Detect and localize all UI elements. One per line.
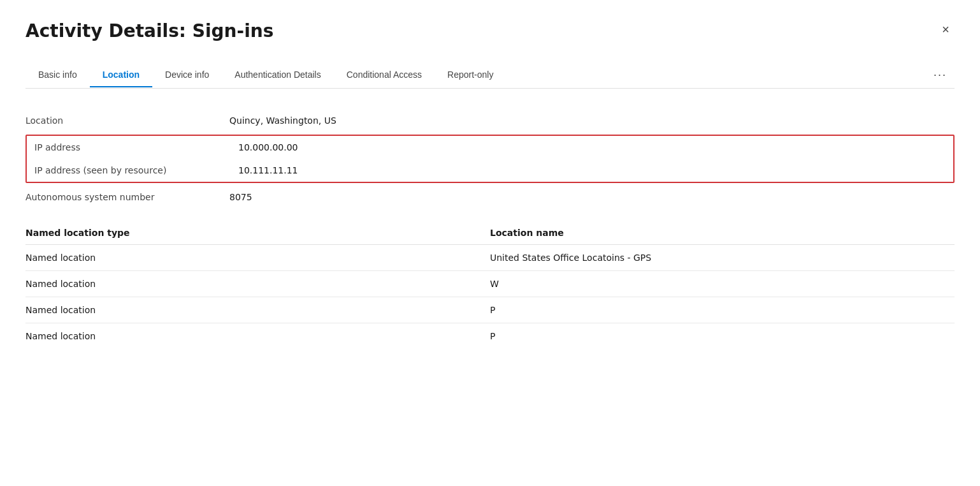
location-name-3: P	[490, 323, 955, 350]
table-row: Named location United States Office Loca…	[25, 245, 955, 271]
asn-label: Autonomous system number	[25, 192, 229, 202]
table-row: Named location P	[25, 297, 955, 323]
location-row: Location Quincy, Washington, US	[25, 109, 955, 132]
ip-address-resource-label: IP address (seen by resource)	[34, 165, 238, 175]
named-location-type-0: Named location	[25, 245, 490, 271]
location-name-1: W	[490, 271, 955, 297]
ip-address-resource-row: IP address (seen by resource) 10.111.11.…	[27, 159, 953, 182]
asn-value: 8075	[229, 192, 252, 202]
table-header-row: Named location type Location name	[25, 221, 955, 245]
named-location-table: Named location type Location name Named …	[25, 221, 955, 349]
tab-location[interactable]: Location	[90, 63, 152, 87]
tab-basic-info[interactable]: Basic info	[25, 63, 90, 87]
named-location-type-1: Named location	[25, 271, 490, 297]
tab-conditional-access[interactable]: Conditional Access	[334, 63, 435, 87]
panel-title: Activity Details: Sign-ins	[25, 20, 273, 41]
ip-address-resource-value: 10.111.11.11	[238, 165, 298, 175]
named-location-type-3: Named location	[25, 323, 490, 350]
tab-report-only[interactable]: Report-only	[435, 63, 506, 87]
location-name-0: United States Office Locatoins - GPS	[490, 245, 955, 271]
location-label: Location	[25, 115, 229, 126]
ip-highlight-box: IP address 10.000.00.00 IP address (seen…	[25, 135, 955, 183]
ip-address-row: IP address 10.000.00.00	[27, 136, 953, 159]
tab-authentication-details[interactable]: Authentication Details	[222, 63, 333, 87]
col-type-header: Named location type	[25, 221, 490, 245]
table-row: Named location P	[25, 323, 955, 350]
panel-header: Activity Details: Sign-ins ×	[25, 20, 955, 41]
location-name-2: P	[490, 297, 955, 323]
ip-address-value: 10.000.00.00	[238, 142, 298, 152]
tab-device-info[interactable]: Device info	[152, 63, 222, 87]
tabs-container: Basic info Location Device info Authenti…	[25, 62, 955, 89]
ip-address-label: IP address	[34, 142, 238, 152]
named-location-section: Named location type Location name Named …	[25, 221, 955, 349]
activity-details-panel: Activity Details: Sign-ins × Basic info …	[0, 0, 980, 486]
col-name-header: Location name	[490, 221, 955, 245]
table-row: Named location W	[25, 271, 955, 297]
location-value: Quincy, Washington, US	[229, 115, 336, 126]
named-location-type-2: Named location	[25, 297, 490, 323]
tab-content: Location Quincy, Washington, US IP addre…	[25, 104, 955, 354]
asn-row: Autonomous system number 8075	[25, 186, 955, 209]
close-button[interactable]: ×	[937, 20, 955, 38]
tabs-more-button[interactable]: ···	[926, 62, 955, 88]
